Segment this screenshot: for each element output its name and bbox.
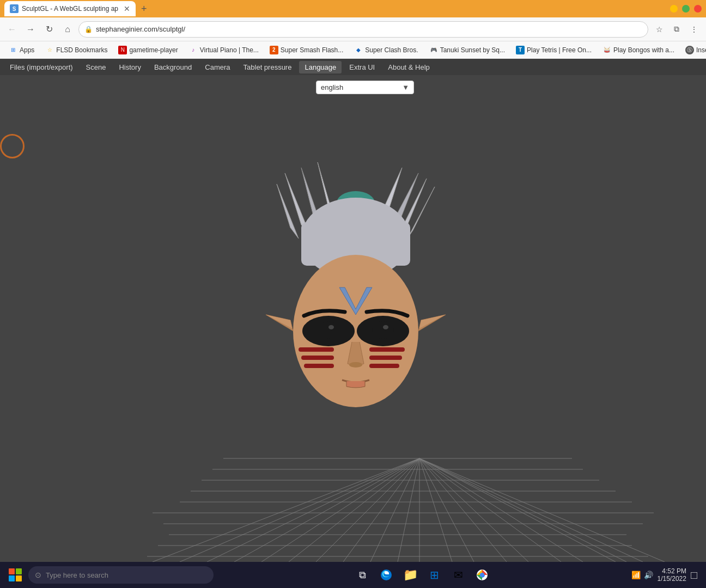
minimize-button[interactable] (670, 5, 678, 13)
svg-line-20 (419, 458, 626, 562)
sculpt-viewport[interactable]: english ▼ (0, 75, 706, 562)
notification-icon[interactable]: □ (691, 569, 697, 581)
app-menubar: Files (import/export) Scene History Back… (0, 59, 706, 75)
svg-point-53 (383, 325, 388, 329)
bookmark-super-clash[interactable]: ◆ Super Clash Bros. (350, 44, 422, 56)
taskbar-center-icons: ⧉ 📁 ⊞ ✉ (216, 564, 629, 586)
svg-line-22 (234, 458, 419, 562)
menu-tablet-pressure[interactable]: Tablet pressure (238, 61, 297, 74)
search-placeholder: Type here to search (46, 571, 108, 579)
bongos-icon: 🥁 (602, 46, 611, 54)
win-logo-red (9, 568, 15, 574)
windows-logo (9, 568, 22, 581)
bookmark-super-clash-label: Super Clash Bros. (365, 46, 418, 54)
menu-language[interactable]: Language (299, 61, 342, 74)
bookmark-virtual-piano[interactable]: ♪ Virtual Piano | The... (185, 44, 263, 56)
bookmark-apps[interactable]: ⊞ Apps (4, 44, 39, 56)
menu-background[interactable]: Background (149, 61, 197, 74)
bookmark-button[interactable]: ☆ (652, 22, 667, 37)
menu-history[interactable]: History (113, 61, 146, 74)
task-view-button[interactable]: ⧉ (351, 564, 373, 586)
svg-line-10 (153, 458, 419, 562)
bookmark-tanuki[interactable]: 🎮 Tanuki Sunset by Sq... (425, 44, 509, 56)
mail-button[interactable]: ✉ (447, 564, 469, 586)
close-button[interactable] (694, 5, 702, 13)
browser-tab[interactable]: S SculptGL - A WebGL sculpting ap ✕ (4, 1, 136, 16)
chrome-button[interactable] (471, 564, 493, 586)
language-value: english (321, 83, 398, 91)
win-logo-yellow (16, 575, 22, 581)
language-dropdown: english ▼ (316, 81, 414, 94)
browser-toolbar: ← → ↻ ⌂ 🔒 stephaneginier.com/sculptgl/ ☆… (0, 17, 706, 41)
svg-line-19 (419, 458, 583, 562)
bookmark-super-smash-label: Super Smash Flash... (281, 46, 343, 54)
url-text: stephaneginier.com/sculptgl/ (96, 25, 642, 33)
svg-line-24 (343, 458, 419, 562)
new-tab-button[interactable]: + (138, 3, 150, 15)
svg-point-51 (372, 321, 394, 339)
svg-line-23 (289, 458, 419, 562)
bookmark-tetris[interactable]: T Play Tetris | Free On... (512, 44, 596, 56)
toolbar-actions: ☆ ⧉ ⋮ (652, 22, 702, 37)
extensions-button[interactable]: ⧉ (669, 22, 684, 37)
edge-icon (380, 568, 393, 581)
menu-button[interactable]: ⋮ (686, 22, 702, 37)
bookmark-gametime[interactable]: N gametime-player (114, 44, 182, 56)
svg-marker-32 (277, 184, 299, 238)
bookmark-tetris-label: Play Tetris | Free On... (527, 46, 592, 54)
ms-store-button[interactable]: ⊞ (423, 564, 445, 586)
virtual-piano-icon: ♪ (189, 46, 198, 54)
file-explorer-button[interactable]: 📁 (399, 564, 421, 586)
svg-rect-58 (369, 356, 402, 360)
super-smash-icon: 2 (270, 46, 278, 54)
task-view-icon: ⧉ (359, 569, 366, 581)
start-button[interactable] (4, 564, 26, 586)
tool-indicator (0, 134, 25, 158)
bookmark-tanuki-label: Tanuki Sunset by Sq... (440, 46, 505, 54)
flsd-icon: ☆ (45, 46, 54, 54)
system-tray-icons: 📶 🔊 (631, 571, 653, 579)
bookmarks-bar: ⊞ Apps ☆ FLSD Bookmarks N gametime-playe… (0, 41, 706, 59)
dropdown-arrow-icon: ▼ (402, 83, 409, 91)
svg-point-64 (480, 573, 484, 577)
language-select[interactable]: english ▼ (316, 81, 414, 94)
address-bar[interactable]: 🔒 stephaneginier.com/sculptgl/ (78, 21, 648, 38)
svg-rect-56 (304, 364, 334, 368)
bookmark-flsd[interactable]: ☆ FLSD Bookmarks (41, 44, 112, 56)
super-clash-icon: ◆ (354, 46, 363, 54)
menu-camera[interactable]: Camera (199, 61, 235, 74)
menu-scene[interactable]: Scene (81, 61, 112, 74)
apps-icon: ⊞ (9, 46, 17, 54)
taskbar: ⊙ Type here to search ⧉ 📁 ⊞ ✉ (0, 562, 706, 588)
bookmark-bongos-label: Play Bongos with a... (613, 46, 674, 54)
svg-line-25 (398, 458, 419, 562)
file-explorer-icon: 📁 (403, 568, 418, 582)
menu-files[interactable]: Files (import/export) (4, 61, 78, 74)
forward-button[interactable]: → (23, 22, 38, 37)
security-icon: 🔒 (84, 26, 93, 33)
svg-line-29 (419, 458, 616, 562)
bookmark-bongos[interactable]: 🥁 Play Bongos with a... (598, 44, 679, 56)
win-logo-green (16, 568, 22, 574)
menu-about[interactable]: About & Help (382, 61, 435, 74)
taskbar-search[interactable]: ⊙ Type here to search (28, 566, 214, 584)
bookmark-insert-coin-label: Insert Coi... (696, 46, 706, 54)
bookmark-flsd-label: FLSD Bookmarks (56, 46, 107, 54)
reload-button[interactable]: ↻ (41, 22, 57, 37)
maximize-button[interactable] (682, 5, 690, 13)
network-icon: 📶 (631, 571, 641, 579)
tab-close-button[interactable]: ✕ (124, 4, 130, 13)
svg-line-21 (180, 458, 419, 562)
edge-browser-button[interactable] (375, 564, 397, 586)
bookmark-super-smash[interactable]: 2 Super Smash Flash... (265, 44, 348, 56)
svg-rect-54 (299, 347, 334, 352)
bookmark-virtual-piano-label: Virtual Piano | The... (200, 46, 259, 54)
insert-coin-icon: Ⓢ (685, 46, 694, 54)
menu-extra-ui[interactable]: Extra UI (344, 61, 380, 74)
bookmark-insert-coin[interactable]: Ⓢ Insert Coi... (681, 44, 706, 56)
back-button[interactable]: ← (4, 22, 20, 37)
home-button[interactable]: ⌂ (60, 22, 75, 37)
taskbar-clock[interactable]: 4:52 PM 1/15/2022 (658, 567, 686, 583)
chrome-icon (476, 568, 489, 581)
svg-line-15 (370, 458, 419, 562)
